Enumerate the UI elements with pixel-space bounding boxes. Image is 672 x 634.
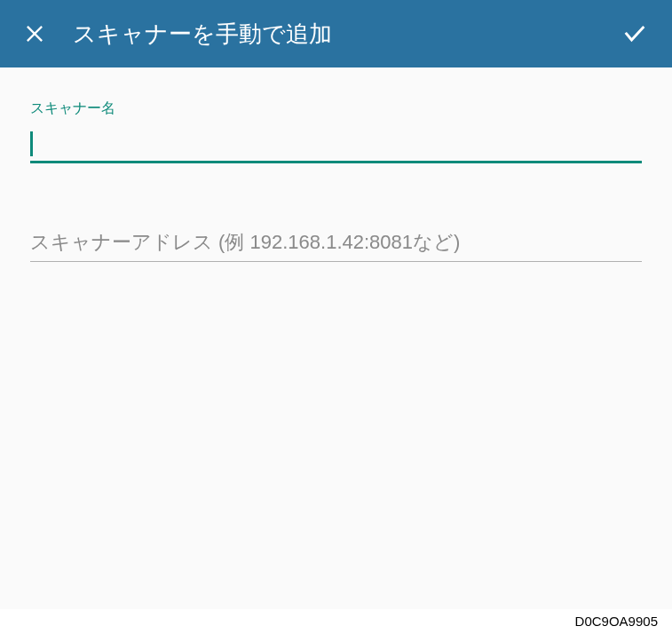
scanner-name-field-group: スキャナー名 <box>30 99 642 163</box>
check-icon <box>622 21 647 46</box>
dialog-container: スキャナーを手動で追加 スキャナー名 <box>0 0 672 609</box>
scanner-name-input[interactable] <box>30 125 642 163</box>
image-id-label: D0C9OA9905 <box>575 614 658 629</box>
close-button[interactable] <box>25 24 44 44</box>
scanner-address-field-group <box>30 224 642 262</box>
dialog-title: スキャナーを手動で追加 <box>73 19 622 50</box>
close-icon <box>25 24 44 44</box>
confirm-button[interactable] <box>622 21 647 46</box>
form-area: スキャナー名 <box>0 67 672 609</box>
dialog-header: スキャナーを手動で追加 <box>0 0 672 67</box>
scanner-address-input[interactable] <box>30 224 642 262</box>
text-cursor <box>30 131 33 156</box>
scanner-name-label: スキャナー名 <box>30 99 642 118</box>
